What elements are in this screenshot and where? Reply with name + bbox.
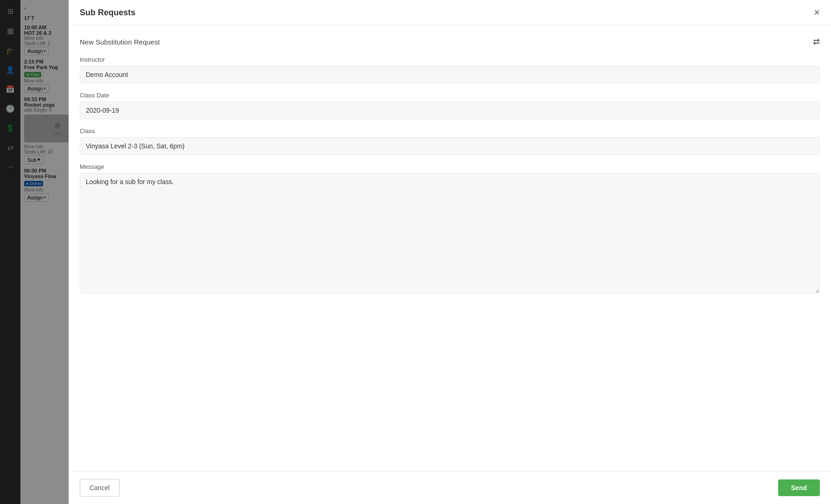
class-date-field-group: Class Date: [80, 92, 820, 119]
form-section-header: New Substitution Request ⇄: [80, 37, 820, 47]
class-date-input[interactable]: [80, 102, 820, 119]
swap-icon[interactable]: ⇄: [813, 37, 820, 47]
modal-body: New Substitution Request ⇄ Instructor Cl…: [69, 26, 831, 471]
message-field-group: Message: [80, 163, 820, 295]
sub-requests-modal: Sub Requests × New Substitution Request …: [69, 0, 831, 504]
section-title: New Substitution Request: [80, 38, 160, 46]
class-date-label: Class Date: [80, 92, 820, 99]
class-input[interactable]: [80, 137, 820, 155]
cancel-button[interactable]: Cancel: [80, 479, 120, 497]
modal-footer: Cancel Send: [69, 471, 831, 504]
message-textarea[interactable]: [80, 173, 820, 293]
instructor-label: Instructor: [80, 56, 820, 63]
class-field-group: Class: [80, 128, 820, 155]
instructor-input[interactable]: [80, 66, 820, 83]
class-label: Class: [80, 128, 820, 134]
instructor-field-group: Instructor: [80, 56, 820, 83]
message-label: Message: [80, 163, 820, 170]
modal-title: Sub Requests: [80, 8, 135, 18]
modal-header: Sub Requests ×: [69, 0, 831, 26]
close-button[interactable]: ×: [814, 7, 820, 18]
send-button[interactable]: Send: [778, 479, 820, 496]
